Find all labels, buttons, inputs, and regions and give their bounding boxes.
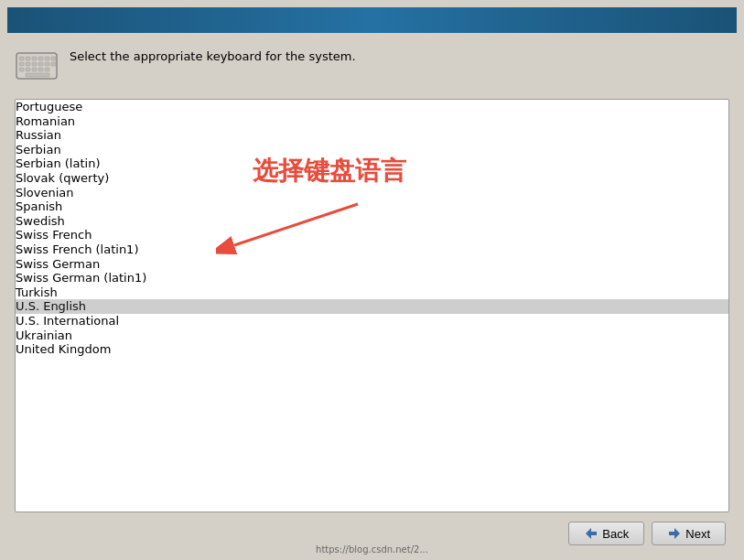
list-item[interactable]: Turkish xyxy=(16,285,728,300)
title-bar xyxy=(7,7,737,33)
list-item[interactable]: Romanian xyxy=(16,114,728,129)
back-button[interactable]: Back xyxy=(568,522,644,545)
list-item[interactable]: Swedish xyxy=(16,214,728,229)
svg-rect-12 xyxy=(51,62,56,66)
list-item[interactable]: Swiss French (latin1) xyxy=(16,242,728,257)
back-icon xyxy=(584,526,598,541)
footer-section: Back Next xyxy=(15,512,729,549)
next-button[interactable]: Next xyxy=(652,522,726,545)
list-item[interactable]: Slovenian xyxy=(16,186,728,200)
list-item[interactable]: Swiss German xyxy=(16,257,728,272)
svg-rect-5 xyxy=(45,57,49,60)
svg-rect-15 xyxy=(32,68,37,71)
keyboard-icon xyxy=(15,44,59,88)
list-item[interactable]: Portuguese xyxy=(16,100,728,114)
list-item[interactable]: U.S. English xyxy=(16,299,728,314)
list-item[interactable]: U.S. International xyxy=(16,314,728,328)
svg-rect-8 xyxy=(26,62,30,66)
list-item[interactable]: Swiss German (latin1) xyxy=(16,271,728,285)
svg-rect-4 xyxy=(38,57,43,60)
svg-rect-18 xyxy=(26,73,49,77)
svg-rect-13 xyxy=(19,68,24,71)
content-area: Select the appropriate keyboard for the … xyxy=(0,33,744,560)
list-item[interactable]: Ukrainian xyxy=(16,328,728,343)
list-item[interactable]: United Kingdom xyxy=(16,342,728,357)
list-item[interactable]: Serbian xyxy=(16,143,728,157)
svg-rect-6 xyxy=(51,57,56,60)
list-item[interactable]: Spanish xyxy=(16,199,728,214)
language-list[interactable]: PortugueseRomanianRussianSerbianSerbian … xyxy=(15,99,729,512)
list-item[interactable]: Slovak (qwerty) xyxy=(16,171,728,186)
svg-rect-9 xyxy=(32,62,37,66)
svg-rect-10 xyxy=(38,62,43,66)
svg-rect-7 xyxy=(19,62,24,66)
back-label: Back xyxy=(602,527,629,541)
installer-window: Select the appropriate keyboard for the … xyxy=(0,0,744,560)
svg-rect-1 xyxy=(19,57,24,60)
next-label: Next xyxy=(685,527,710,541)
list-item[interactable]: Russian xyxy=(16,128,728,143)
svg-rect-16 xyxy=(38,68,43,71)
svg-rect-17 xyxy=(45,68,49,71)
header-section: Select the appropriate keyboard for the … xyxy=(15,44,729,88)
list-container: PortugueseRomanianRussianSerbianSerbian … xyxy=(15,99,729,512)
list-item[interactable]: Serbian (latin) xyxy=(16,156,728,171)
svg-rect-14 xyxy=(26,68,30,71)
svg-marker-22 xyxy=(669,528,680,539)
svg-marker-21 xyxy=(586,528,597,539)
svg-rect-11 xyxy=(45,62,49,66)
header-description: Select the appropriate keyboard for the … xyxy=(70,44,356,66)
next-icon xyxy=(667,526,682,541)
footer-url: https://blog.csdn.net/2... xyxy=(316,544,428,555)
list-item[interactable]: Swiss French xyxy=(16,228,728,242)
svg-rect-2 xyxy=(26,57,30,60)
svg-rect-3 xyxy=(32,57,37,60)
